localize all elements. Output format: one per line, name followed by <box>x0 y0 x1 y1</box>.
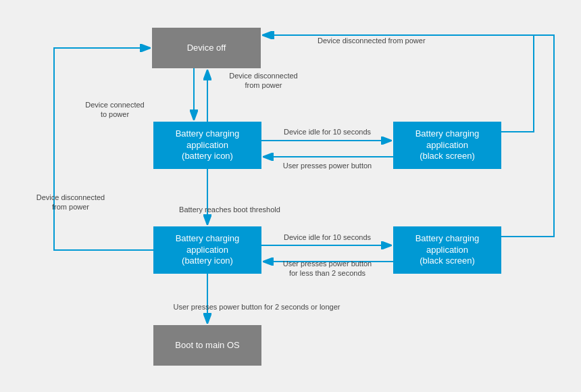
label-user-presses-bottom: User presses power buttonfor less than 2… <box>265 259 390 278</box>
label-device-disconnected-top: Device disconnectedfrom power <box>223 71 304 91</box>
label-device-idle-top: Device idle for 10 seconds <box>265 127 390 137</box>
node-battery-black-bottom-label: Battery charging application(black scree… <box>401 233 493 268</box>
label-device-disconnected-left: Device disconnectedfrom power <box>35 193 106 212</box>
label-device-connected: Device connectedto power <box>81 100 149 120</box>
diagram-container: Device off Battery charging application(… <box>0 0 581 392</box>
node-battery-charge-black-bottom: Battery charging application(black scree… <box>393 226 501 274</box>
node-battery-charge-icon-top: Battery charging application(battery ico… <box>153 122 261 169</box>
node-battery-icon-top-label: Battery charging application(battery ico… <box>161 128 253 163</box>
label-device-idle-bottom: Device idle for 10 seconds <box>265 232 390 242</box>
label-device-disconnected-right: Device disconnected from power <box>318 36 459 45</box>
label-user-presses-top: User presses power button <box>265 161 390 170</box>
node-boot-main-os: Boot to main OS <box>153 325 261 366</box>
node-device-off-label: Device off <box>187 43 226 54</box>
node-battery-icon-bottom-label: Battery charging application(battery ico… <box>161 233 253 268</box>
node-boot-main-os-label: Boot to main OS <box>175 340 239 351</box>
label-user-presses-long: User presses power button for 2 seconds … <box>166 302 348 312</box>
node-device-off: Device off <box>152 28 261 68</box>
label-battery-boot: Battery reaches boot threshold <box>166 205 294 214</box>
node-battery-charge-icon-bottom: Battery charging application(battery ico… <box>153 226 261 274</box>
node-battery-charge-black-top: Battery charging application(black scree… <box>393 122 501 169</box>
node-battery-black-top-label: Battery charging application(black scree… <box>401 128 493 163</box>
